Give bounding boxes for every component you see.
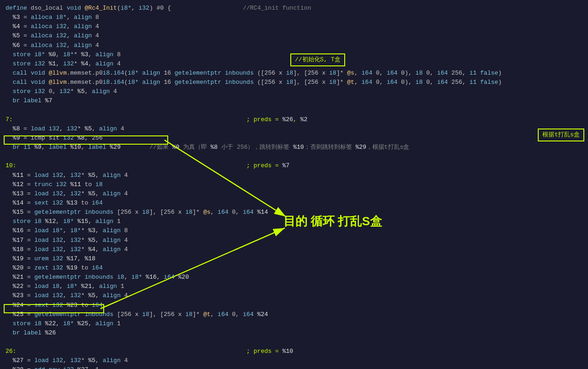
code-line: %21 = getelementptr inbounds i8, i8* %16…	[6, 273, 582, 282]
code-line: %5 = alloca i32, align 4	[6, 31, 582, 41]
code-area: define dso_local void @Rc4_Init(i8*, i32…	[0, 0, 588, 369]
code-line: %13 = load i32, i32* %5, align 4	[6, 189, 582, 199]
code-line: %11 = load i32, i32* %5, align 4	[6, 171, 582, 180]
code-line: store i32 0, i32* %5, align 4	[6, 87, 582, 96]
code-line: 10: ; preds = %7	[6, 161, 582, 170]
code-line	[6, 152, 582, 161]
code-line: %24 = sext i32 %23 to i64	[6, 301, 582, 310]
code-line: %8 = load i32, i32* %5, align 4	[6, 124, 582, 134]
code-line: 26: ; preds = %10	[6, 347, 582, 356]
code-line: call void @llvm.memset.p0i8.i64(i8* alig…	[6, 78, 582, 87]
code-line: %17 = load i32, i32* %5, align 4	[6, 236, 582, 245]
code-line: store i8 %22, i8* %25, align 1	[6, 319, 582, 328]
code-line: %6 = alloca i32, align 4	[6, 41, 582, 50]
code-line	[6, 338, 582, 347]
code-line: br i1 %9, label %10, label %29 //如果 %9 为…	[6, 143, 582, 152]
code-line: %28 = add nsw i32 %27, 1	[6, 365, 582, 369]
code-line: %19 = urem i32 %17, %18	[6, 254, 582, 264]
code-line	[6, 106, 582, 115]
code-line: %18 = load i32, i32* %4, align 4	[6, 245, 582, 254]
code-line: %3 = alloca i8*, align 8	[6, 13, 582, 22]
code-line: br label %26	[6, 328, 582, 338]
code-line: %27 = load i32, i32* %5, align 4	[6, 356, 582, 365]
code-line: %9 = icmp slt i32 %8, 256	[6, 134, 582, 143]
code-line: define dso_local void @Rc4_Init(i8*, i32…	[6, 4, 582, 13]
code-line: %4 = alloca i32, align 4	[6, 22, 582, 31]
code-line: call void @llvm.memset.p0i8.i64(i8* alig…	[6, 69, 582, 78]
code-line: %20 = zext i32 %19 to i64	[6, 264, 582, 273]
code-line: %14 = sext i32 %13 to i64	[6, 199, 582, 208]
shuffle-annotation: 根据t打乱s盒	[538, 129, 584, 141]
big-label-annotation: 目的 循环 打乱S盒	[283, 212, 382, 230]
code-line: 7: ; preds = %26, %2	[6, 115, 582, 124]
code-line: %12 = trunc i32 %11 to i8	[6, 180, 582, 189]
init-st-annotation: //初始化S, T盒	[290, 53, 345, 66]
code-line: %22 = load i8, i8* %21, align 1	[6, 282, 582, 291]
code-line: %23 = load i32, i32* %5, align 4	[6, 291, 582, 300]
code-line: br label %7	[6, 96, 582, 105]
code-line: %25 = getelementptr inbounds [256 x i8],…	[6, 310, 582, 319]
